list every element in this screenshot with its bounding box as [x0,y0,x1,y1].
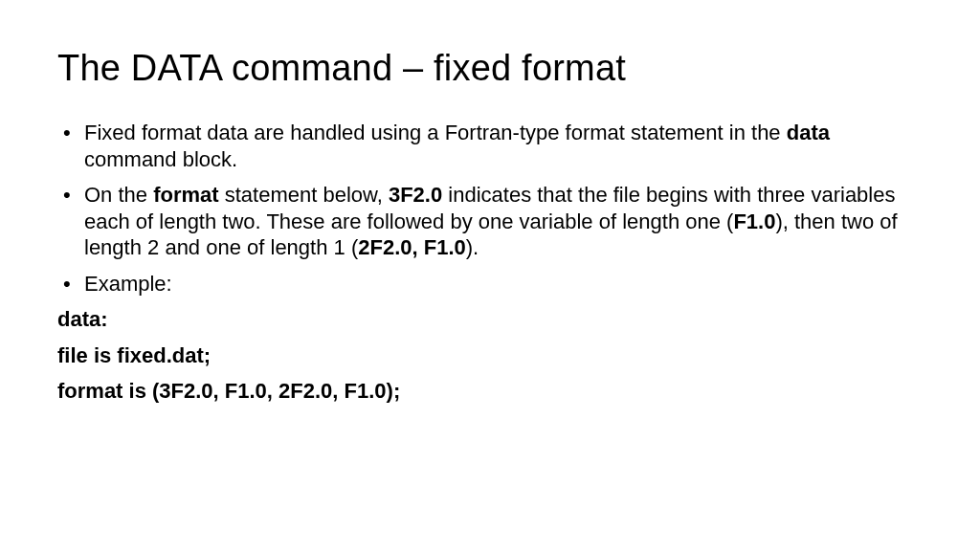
keyword-data: data [787,121,830,144]
slide: The DATA command – fixed format Fixed fo… [0,0,980,551]
code-line: file is fixed.dat; [57,342,923,369]
text: command block. [84,147,237,171]
code-line: format is (3F2.0, F1.0, 2F2.0, F1.0); [57,378,923,405]
text: Fixed format data are handled using a Fo… [84,121,787,144]
code-line: data: [57,306,923,333]
bullet-item: Example: [57,271,923,298]
keyword-format: format [153,183,218,207]
bullet-list: Fixed format data are handled using a Fo… [57,120,923,297]
text: statement below, [219,183,389,207]
text: Example: [84,272,172,296]
slide-title: The DATA command – fixed format [57,48,923,89]
code-block: data: file is fixed.dat; format is (3F2.… [57,306,923,405]
text: On the [84,183,153,207]
text: ). [466,235,479,259]
bullet-item: Fixed format data are handled using a Fo… [57,120,923,172]
keyword-2f20-f10: 2F2.0, F1.0 [358,235,466,259]
keyword-3f20: 3F2.0 [389,183,442,207]
bullet-item: On the format statement below, 3F2.0 ind… [57,182,923,261]
keyword-f10: F1.0 [733,209,775,233]
